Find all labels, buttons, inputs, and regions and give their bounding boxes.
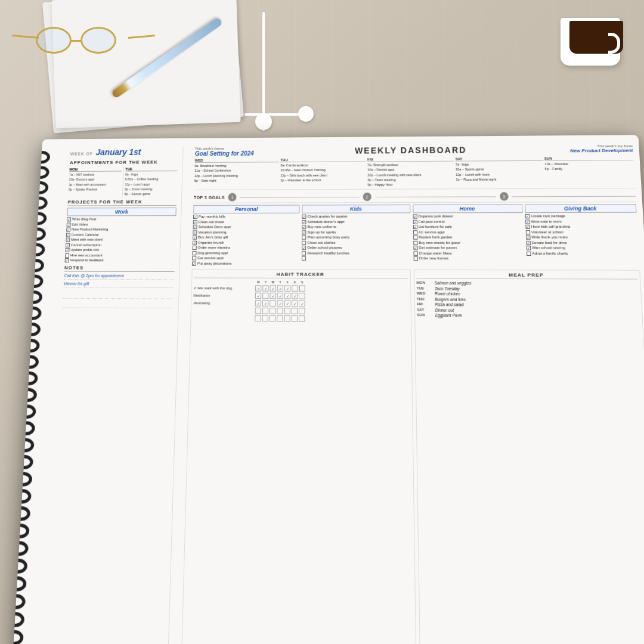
kids-items: Check grades for quarter Schedule doctor… [302,215,411,261]
habit-tracker-header: HABIT TRACKER [194,271,408,278]
fri-items: 7a- Strength workout10a – Dentist appt12… [367,162,455,187]
notes-header: NOTES [64,265,175,273]
goal-1-line [240,197,359,198]
meal-tue: TUE Taco Tuesday [417,286,639,292]
home-project-section: Home Organize junk drawer Call pest cont… [413,205,525,267]
habit-row-4 [193,308,409,315]
giving-back-header: Giving Back [525,204,637,213]
wed-appt-col: WED 9a- Breakfast meeting11a – School Co… [194,158,279,188]
tue-items: 8a- Yoga9:30a – Coffee meeting12p – Lunc… [124,172,177,196]
work-items: Write Blog Post Edit Video New Product M… [64,217,176,262]
sun-appt-col: SUN 10a – Volunteer5p – Family [544,156,635,187]
kids-project-section: Kids Check grades for quarter Schedule d… [302,205,411,267]
projects-header: PROJECTS FOR THE WEEK [67,199,177,206]
note-1: Call Kris @ 2pm for appointment [64,274,174,280]
weekly-dashboard-title: WEEKLY DASHBOARD [338,145,484,156]
goal-1-circle: 1 [228,193,237,202]
coffee-cup [555,0,626,66]
personal-header: Personal [193,205,299,214]
work-project-header: Work [67,208,177,216]
mon-header: MON [69,168,121,172]
meal-sun: SUN Eggplant Parm [417,313,640,319]
habit-row-1: 2 mile walk with the dog ✓ ✓ ✓ ✓ ✓ [194,285,408,292]
goal-3-circle: 3 [500,192,509,200]
home-items: Organize junk drawer Call pest control L… [413,214,524,261]
note-2: Venmo for gift [63,281,174,288]
goal-3-line [512,196,636,197]
wed-header: WED [195,158,280,163]
glasses [30,18,137,66]
week-of-label: WEEK OF [70,151,93,156]
meal-mon: MON Salmon and veggies [416,281,638,286]
sun-items: 10a – Volunteer5p – Family [544,161,634,172]
sat-appt-col: SAT 7a- Yoga10a – Sports game12p – Lunch… [456,157,544,187]
giving-back-section: Giving Back Create care package Write no… [525,204,640,267]
home-header: Home [413,205,522,213]
meal-thu: THU Burgers and fries [417,297,639,302]
notebook-content: WEEK OF January 1st APPOINTMENTS FOR THE… [32,135,644,644]
habit-row-3: Journaling ✓ ✓ ✓ ✓ ✓ ✓ [193,300,408,307]
goal-2-circle: 2 [363,193,371,201]
week-of-section: WEEK OF January 1st [70,147,178,157]
mon-items: 7a – HIIT workout10a- Doctors appt2p – M… [69,172,122,192]
sat-header: SAT [456,157,544,162]
fri-header: FRI [367,157,454,162]
top3-label: TOP 3 GOALS [194,195,225,199]
meal-prep-items: MON Salmon and veggies TUE Taco Tuesday … [416,281,640,319]
meal-prep-header: MEAL PREP [416,272,638,280]
habit-row-5 [193,315,409,323]
personal-project-section: Personal Pay monthly bills Clean out clo… [192,205,300,267]
meal-wed: WED Roast chicken [417,292,639,297]
meal-prep-section: MEAL PREP MON Salmon and veggies TUE Tac… [414,270,644,644]
personal-items: Pay monthly bills Clean out closet Sched… [192,215,300,266]
notes-content: Call Kris @ 2pm for appointment Venmo fo… [63,274,175,309]
top-focus-value: New Product Development [484,148,633,154]
giving-back-items: Create care package Write note to mom Ha… [525,214,639,256]
wed-items: 9a- Breakfast meeting11a – School Confer… [194,163,280,183]
sun-header: SUN [544,156,634,161]
meal-fri: FRI Pizza and salad [417,302,640,308]
week-date-value: January 1st [95,147,141,157]
tue-header: TUE [125,167,178,171]
thu-appt-col: THU 8a- Cardio workout10:45a – New Produ… [280,157,366,187]
appointments-header: APPOINTMENTS FOR THE WEEK [70,159,178,165]
sat-items: 7a- Yoga10a – Sports game12p – Lunch wit… [456,162,544,182]
kids-header: Kids [302,205,410,213]
theme-value: Goal Setting for 2024 [195,150,338,157]
thu-items: 8a- Cardio workout10:45a – New Product T… [280,163,366,183]
fri-appt-col: FRI 7a- Strength workout10a – Dentist ap… [367,157,455,187]
meal-sat: SAT Dinner out [417,308,640,313]
goals-row: TOP 3 GOALS 1 2 3 [194,191,636,204]
thu-header: THU [280,157,366,162]
notebook: WEEK OF January 1st APPOINTMENTS FOR THE… [13,135,644,644]
goal-2-line [374,196,496,197]
habit-tracker-section: HABIT TRACKER M T W T F S [181,269,417,644]
habit-row-2: Meditation ✓ ✓ ✓ ✓ ✓ [193,293,408,300]
